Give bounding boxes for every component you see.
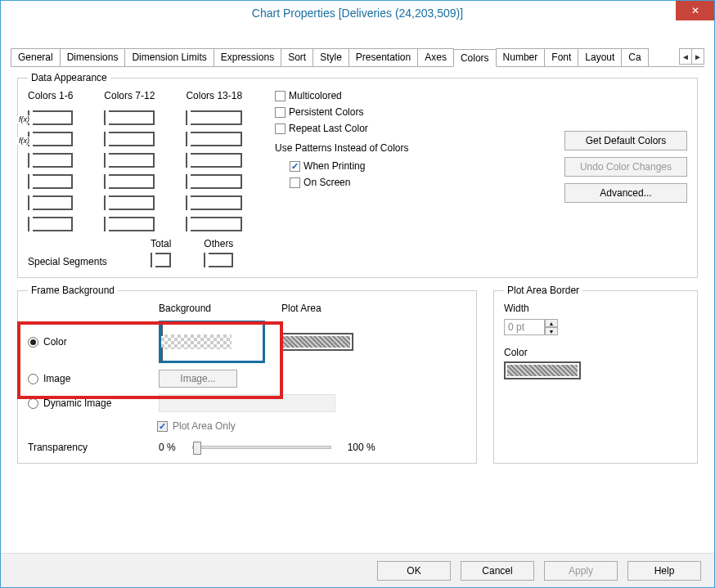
- chart-properties-dialog: Chart Properties [Deliveries (24,203,509…: [0, 0, 715, 588]
- data-appearance-group: Data Appearance Colors 1-6f(x)f(x)Colors…: [17, 72, 698, 278]
- tab-scroll-right[interactable]: ►: [691, 48, 704, 65]
- dynamic-image-radio[interactable]: [28, 398, 38, 409]
- plot-area-border-legend: Plot Area Border: [504, 285, 582, 296]
- color-options: Multicolored Persistent Colors Repeat La…: [275, 90, 408, 231]
- tab-presentation[interactable]: Presentation: [349, 48, 418, 66]
- color-col-label-1: Colors 7-12: [104, 90, 155, 101]
- tab-general[interactable]: General: [11, 48, 61, 66]
- tab-dimension-limits[interactable]: Dimension Limits: [124, 48, 214, 66]
- tab-sort[interactable]: Sort: [281, 48, 313, 66]
- image-radio[interactable]: [28, 374, 38, 384]
- color-col-label-2: Colors 13-18: [186, 90, 242, 101]
- color-swatch-8[interactable]: [104, 132, 155, 146]
- total-color-swatch[interactable]: [151, 253, 171, 267]
- dialog-button-bar: OK Cancel Apply Help: [1, 553, 714, 587]
- color-swatch-13[interactable]: [186, 110, 242, 125]
- border-color-swatch[interactable]: [504, 361, 581, 379]
- color-radio[interactable]: [28, 337, 38, 348]
- frame-background-legend: Frame Background: [28, 285, 118, 296]
- total-label: Total: [151, 238, 171, 249]
- tab-dimensions[interactable]: Dimensions: [60, 48, 126, 66]
- color-swatch-10[interactable]: [104, 174, 155, 189]
- close-button[interactable]: ✕: [676, 1, 714, 20]
- color-radio-label: Color: [43, 336, 67, 348]
- dynamic-image-field[interactable]: [159, 394, 335, 412]
- plot-area-color-swatch[interactable]: [281, 334, 352, 349]
- undo-color-changes-button[interactable]: Undo Color Changes: [564, 157, 687, 177]
- transparency-min: 0 %: [159, 442, 176, 453]
- plot-area-heading: Plot Area: [281, 303, 388, 314]
- border-color-label: Color: [504, 347, 687, 358]
- color-swatch-15[interactable]: [186, 153, 242, 168]
- background-heading: Background: [159, 303, 265, 314]
- tab-scroll-left[interactable]: ◄: [679, 48, 692, 65]
- repeat-last-color-label: Repeat Last Color: [289, 123, 368, 134]
- on-screen-label: On Screen: [304, 177, 350, 188]
- color-swatch-4[interactable]: [28, 174, 73, 189]
- fx-icon: f(x): [29, 137, 31, 145]
- image-radio-label: Image: [43, 373, 70, 384]
- frame-background-group: Frame Background Background Plot Area Co…: [17, 285, 477, 464]
- color-swatch-1[interactable]: f(x): [28, 110, 73, 125]
- others-color-swatch[interactable]: [204, 253, 233, 267]
- apply-button[interactable]: Apply: [544, 561, 618, 581]
- width-label: Width: [504, 303, 687, 314]
- repeat-last-color-checkbox[interactable]: [275, 123, 286, 134]
- help-button[interactable]: Help: [627, 561, 701, 581]
- advanced-button[interactable]: Advanced...: [564, 183, 687, 203]
- when-printing-label: When Printing: [304, 160, 365, 172]
- color-swatch-17[interactable]: [186, 195, 242, 210]
- color-swatch-12[interactable]: [104, 217, 155, 231]
- transparency-max: 100 %: [348, 442, 375, 453]
- dynamic-image-radio-label: Dynamic Image: [43, 397, 111, 409]
- window-title: Chart Properties [Deliveries (24,203,509…: [252, 7, 463, 20]
- get-default-colors-button[interactable]: Get Default Colors: [564, 131, 687, 150]
- tab-axes[interactable]: Axes: [417, 48, 454, 66]
- width-up-button[interactable]: ▲: [545, 319, 558, 327]
- color-swatch-7[interactable]: [104, 110, 155, 125]
- multicolored-checkbox[interactable]: [275, 91, 286, 101]
- fx-icon: f(x): [29, 115, 31, 123]
- transparency-label: Transparency: [28, 442, 142, 453]
- use-patterns-label: Use Patterns Instead of Colors: [275, 142, 408, 154]
- tab-ca[interactable]: Ca: [621, 48, 648, 66]
- cancel-button[interactable]: Cancel: [461, 561, 534, 581]
- image-button[interactable]: Image...: [159, 370, 237, 388]
- color-swatch-18[interactable]: [186, 217, 242, 231]
- special-segments-label: Special Segments: [28, 256, 118, 267]
- tab-layout[interactable]: Layout: [578, 48, 622, 66]
- plot-area-only-label: Plot Area Only: [173, 420, 236, 432]
- on-screen-checkbox[interactable]: [290, 177, 300, 188]
- color-swatch-6[interactable]: [28, 217, 73, 231]
- persistent-colors-checkbox[interactable]: [275, 107, 286, 118]
- color-swatch-2[interactable]: f(x): [28, 132, 73, 146]
- tab-bar: GeneralDimensionsDimension LimitsExpress…: [11, 48, 704, 67]
- tab-colors[interactable]: Colors: [453, 49, 497, 67]
- width-input[interactable]: 0 pt: [504, 319, 545, 335]
- tab-expressions[interactable]: Expressions: [214, 48, 281, 66]
- color-swatch-5[interactable]: [28, 195, 73, 210]
- data-appearance-legend: Data Appearance: [28, 72, 110, 83]
- ok-button[interactable]: OK: [377, 561, 451, 581]
- background-color-swatch[interactable]: [159, 321, 265, 363]
- width-down-button[interactable]: ▼: [545, 327, 558, 335]
- tab-font[interactable]: Font: [544, 48, 578, 66]
- persistent-colors-label: Persistent Colors: [289, 106, 363, 118]
- tab-style[interactable]: Style: [313, 48, 349, 66]
- color-col-label-0: Colors 1-6: [28, 90, 73, 101]
- color-swatch-9[interactable]: [104, 153, 155, 168]
- plot-area-only-checkbox: [157, 421, 168, 432]
- when-printing-checkbox[interactable]: [290, 161, 300, 172]
- color-swatch-11[interactable]: [104, 195, 155, 210]
- others-label: Others: [204, 238, 233, 249]
- color-swatch-3[interactable]: [28, 153, 73, 168]
- color-swatch-16[interactable]: [186, 174, 242, 189]
- plot-area-border-group: Plot Area Border Width 0 pt ▲ ▼ Color: [493, 285, 698, 464]
- transparency-slider[interactable]: [192, 446, 331, 449]
- titlebar: Chart Properties [Deliveries (24,203,509…: [1, 1, 714, 25]
- tab-number[interactable]: Number: [496, 48, 546, 66]
- color-swatch-14[interactable]: [186, 132, 242, 146]
- close-icon: ✕: [691, 5, 699, 16]
- multicolored-label: Multicolored: [289, 90, 342, 101]
